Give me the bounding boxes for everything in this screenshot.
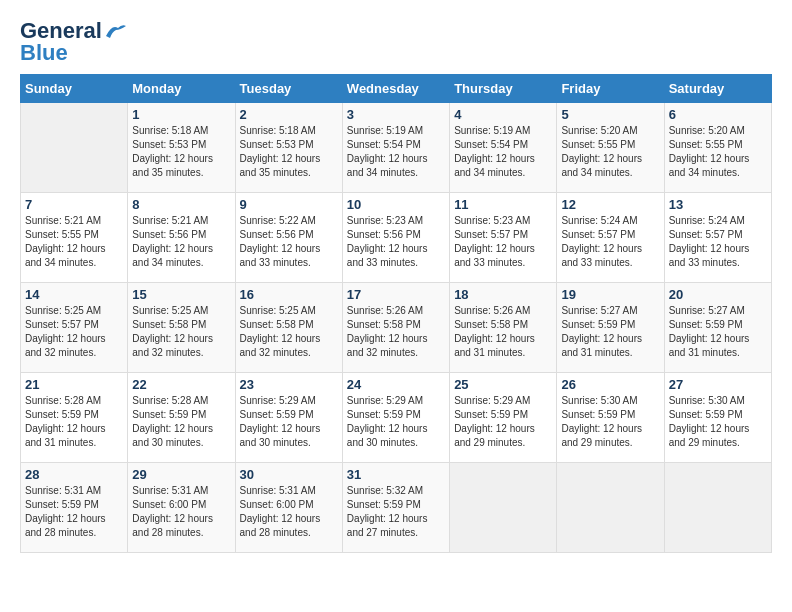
day-number: 5 (561, 107, 659, 122)
logo-text: General (20, 20, 102, 42)
calendar-cell (557, 463, 664, 553)
calendar-cell: 5Sunrise: 5:20 AM Sunset: 5:55 PM Daylig… (557, 103, 664, 193)
day-number: 4 (454, 107, 552, 122)
day-info: Sunrise: 5:19 AM Sunset: 5:54 PM Dayligh… (347, 124, 445, 180)
day-number: 30 (240, 467, 338, 482)
calendar-cell: 28Sunrise: 5:31 AM Sunset: 5:59 PM Dayli… (21, 463, 128, 553)
column-header-saturday: Saturday (664, 75, 771, 103)
calendar-table: SundayMondayTuesdayWednesdayThursdayFrid… (20, 74, 772, 553)
day-info: Sunrise: 5:20 AM Sunset: 5:55 PM Dayligh… (669, 124, 767, 180)
day-info: Sunrise: 5:27 AM Sunset: 5:59 PM Dayligh… (669, 304, 767, 360)
day-number: 31 (347, 467, 445, 482)
day-number: 21 (25, 377, 123, 392)
day-info: Sunrise: 5:24 AM Sunset: 5:57 PM Dayligh… (669, 214, 767, 270)
calendar-cell: 22Sunrise: 5:28 AM Sunset: 5:59 PM Dayli… (128, 373, 235, 463)
day-number: 9 (240, 197, 338, 212)
day-info: Sunrise: 5:29 AM Sunset: 5:59 PM Dayligh… (240, 394, 338, 450)
day-number: 14 (25, 287, 123, 302)
day-info: Sunrise: 5:21 AM Sunset: 5:56 PM Dayligh… (132, 214, 230, 270)
logo-blue-text: Blue (20, 42, 68, 64)
calendar-cell: 1Sunrise: 5:18 AM Sunset: 5:53 PM Daylig… (128, 103, 235, 193)
calendar-cell: 4Sunrise: 5:19 AM Sunset: 5:54 PM Daylig… (450, 103, 557, 193)
calendar-cell: 26Sunrise: 5:30 AM Sunset: 5:59 PM Dayli… (557, 373, 664, 463)
calendar-cell: 3Sunrise: 5:19 AM Sunset: 5:54 PM Daylig… (342, 103, 449, 193)
day-number: 1 (132, 107, 230, 122)
calendar-cell: 13Sunrise: 5:24 AM Sunset: 5:57 PM Dayli… (664, 193, 771, 283)
day-info: Sunrise: 5:26 AM Sunset: 5:58 PM Dayligh… (347, 304, 445, 360)
calendar-cell (664, 463, 771, 553)
calendar-cell: 2Sunrise: 5:18 AM Sunset: 5:53 PM Daylig… (235, 103, 342, 193)
day-number: 7 (25, 197, 123, 212)
day-number: 8 (132, 197, 230, 212)
day-info: Sunrise: 5:32 AM Sunset: 5:59 PM Dayligh… (347, 484, 445, 540)
calendar-cell: 17Sunrise: 5:26 AM Sunset: 5:58 PM Dayli… (342, 283, 449, 373)
day-info: Sunrise: 5:27 AM Sunset: 5:59 PM Dayligh… (561, 304, 659, 360)
day-info: Sunrise: 5:18 AM Sunset: 5:53 PM Dayligh… (132, 124, 230, 180)
calendar-cell (21, 103, 128, 193)
calendar-week-row: 28Sunrise: 5:31 AM Sunset: 5:59 PM Dayli… (21, 463, 772, 553)
calendar-cell: 15Sunrise: 5:25 AM Sunset: 5:58 PM Dayli… (128, 283, 235, 373)
column-header-sunday: Sunday (21, 75, 128, 103)
day-info: Sunrise: 5:31 AM Sunset: 5:59 PM Dayligh… (25, 484, 123, 540)
calendar-week-row: 7Sunrise: 5:21 AM Sunset: 5:55 PM Daylig… (21, 193, 772, 283)
calendar-week-row: 1Sunrise: 5:18 AM Sunset: 5:53 PM Daylig… (21, 103, 772, 193)
day-number: 15 (132, 287, 230, 302)
day-info: Sunrise: 5:31 AM Sunset: 6:00 PM Dayligh… (132, 484, 230, 540)
column-header-wednesday: Wednesday (342, 75, 449, 103)
calendar-week-row: 21Sunrise: 5:28 AM Sunset: 5:59 PM Dayli… (21, 373, 772, 463)
day-number: 2 (240, 107, 338, 122)
day-info: Sunrise: 5:22 AM Sunset: 5:56 PM Dayligh… (240, 214, 338, 270)
column-header-monday: Monday (128, 75, 235, 103)
calendar-cell: 12Sunrise: 5:24 AM Sunset: 5:57 PM Dayli… (557, 193, 664, 283)
column-header-thursday: Thursday (450, 75, 557, 103)
day-info: Sunrise: 5:29 AM Sunset: 5:59 PM Dayligh… (454, 394, 552, 450)
calendar-cell: 11Sunrise: 5:23 AM Sunset: 5:57 PM Dayli… (450, 193, 557, 283)
calendar-cell: 30Sunrise: 5:31 AM Sunset: 6:00 PM Dayli… (235, 463, 342, 553)
calendar-week-row: 14Sunrise: 5:25 AM Sunset: 5:57 PM Dayli… (21, 283, 772, 373)
calendar-cell: 20Sunrise: 5:27 AM Sunset: 5:59 PM Dayli… (664, 283, 771, 373)
day-number: 16 (240, 287, 338, 302)
day-number: 24 (347, 377, 445, 392)
day-number: 28 (25, 467, 123, 482)
day-info: Sunrise: 5:25 AM Sunset: 5:58 PM Dayligh… (240, 304, 338, 360)
calendar-cell: 23Sunrise: 5:29 AM Sunset: 5:59 PM Dayli… (235, 373, 342, 463)
day-number: 29 (132, 467, 230, 482)
calendar-cell: 29Sunrise: 5:31 AM Sunset: 6:00 PM Dayli… (128, 463, 235, 553)
day-number: 22 (132, 377, 230, 392)
day-number: 26 (561, 377, 659, 392)
day-number: 17 (347, 287, 445, 302)
day-info: Sunrise: 5:23 AM Sunset: 5:57 PM Dayligh… (454, 214, 552, 270)
column-header-tuesday: Tuesday (235, 75, 342, 103)
day-info: Sunrise: 5:24 AM Sunset: 5:57 PM Dayligh… (561, 214, 659, 270)
day-number: 10 (347, 197, 445, 212)
logo: General Blue (20, 20, 126, 64)
day-info: Sunrise: 5:25 AM Sunset: 5:57 PM Dayligh… (25, 304, 123, 360)
calendar-cell: 6Sunrise: 5:20 AM Sunset: 5:55 PM Daylig… (664, 103, 771, 193)
calendar-cell: 16Sunrise: 5:25 AM Sunset: 5:58 PM Dayli… (235, 283, 342, 373)
calendar-header-row: SundayMondayTuesdayWednesdayThursdayFrid… (21, 75, 772, 103)
day-info: Sunrise: 5:28 AM Sunset: 5:59 PM Dayligh… (132, 394, 230, 450)
day-info: Sunrise: 5:20 AM Sunset: 5:55 PM Dayligh… (561, 124, 659, 180)
calendar-cell: 25Sunrise: 5:29 AM Sunset: 5:59 PM Dayli… (450, 373, 557, 463)
day-number: 20 (669, 287, 767, 302)
day-info: Sunrise: 5:25 AM Sunset: 5:58 PM Dayligh… (132, 304, 230, 360)
day-info: Sunrise: 5:21 AM Sunset: 5:55 PM Dayligh… (25, 214, 123, 270)
day-number: 25 (454, 377, 552, 392)
day-number: 11 (454, 197, 552, 212)
day-number: 12 (561, 197, 659, 212)
day-info: Sunrise: 5:30 AM Sunset: 5:59 PM Dayligh… (669, 394, 767, 450)
calendar-cell: 24Sunrise: 5:29 AM Sunset: 5:59 PM Dayli… (342, 373, 449, 463)
day-number: 6 (669, 107, 767, 122)
column-header-friday: Friday (557, 75, 664, 103)
calendar-cell: 7Sunrise: 5:21 AM Sunset: 5:55 PM Daylig… (21, 193, 128, 283)
logo-bird-icon (104, 22, 126, 40)
calendar-cell: 31Sunrise: 5:32 AM Sunset: 5:59 PM Dayli… (342, 463, 449, 553)
day-number: 13 (669, 197, 767, 212)
calendar-cell: 10Sunrise: 5:23 AM Sunset: 5:56 PM Dayli… (342, 193, 449, 283)
day-number: 23 (240, 377, 338, 392)
day-info: Sunrise: 5:26 AM Sunset: 5:58 PM Dayligh… (454, 304, 552, 360)
day-info: Sunrise: 5:31 AM Sunset: 6:00 PM Dayligh… (240, 484, 338, 540)
calendar-cell: 9Sunrise: 5:22 AM Sunset: 5:56 PM Daylig… (235, 193, 342, 283)
day-number: 18 (454, 287, 552, 302)
day-info: Sunrise: 5:30 AM Sunset: 5:59 PM Dayligh… (561, 394, 659, 450)
